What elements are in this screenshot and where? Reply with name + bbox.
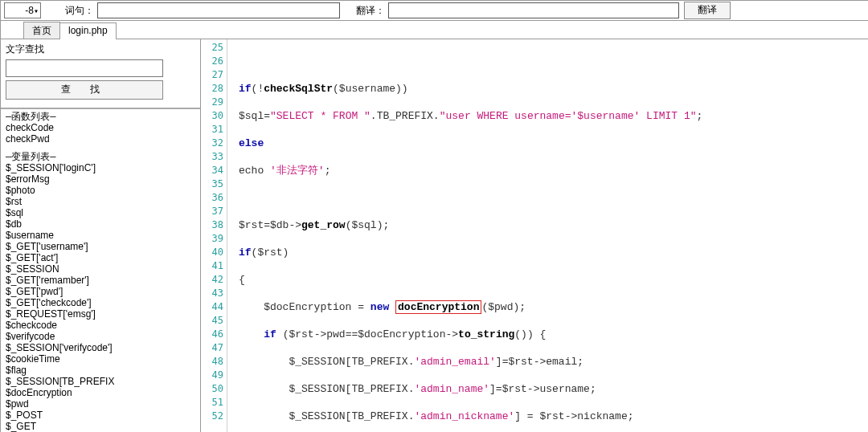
line-number: 50 (201, 382, 223, 396)
line-number: 32 (201, 137, 223, 150)
line-number: 36 (201, 191, 223, 205)
line-number: 25 (201, 41, 223, 55)
source-text[interactable]: if(!checkSqlStr($username)) $sql="SELECT… (227, 39, 868, 432)
code-line (239, 55, 868, 68)
code-line: $_SESSION[TB_PREFIX.'admin_email']=$rst-… (239, 355, 868, 369)
code-line: $_SESSION[TB_PREFIX.'admin_nickname'] = … (239, 410, 868, 423)
code-line: $rst=$db->get_row($sql); (239, 218, 868, 232)
list-item[interactable]: $rst (6, 196, 195, 207)
main-body: 文字查找 查 找 —函数列表— checkCode checkPwd —变量列表… (1, 39, 868, 432)
app-root: -8 ▾ 词句： 翻译： 翻译 首页 login.php 文字查找 查 找 —函… (0, 0, 868, 432)
code-line: if ($rst->pwd==$docEncryption->to_string… (239, 328, 868, 341)
list-item[interactable]: $db (6, 218, 195, 230)
list-item[interactable]: $_GET['remamber'] (6, 275, 195, 286)
list-item[interactable]: $cookieTime (6, 353, 195, 365)
tab-bar: 首页 login.php (1, 21, 868, 39)
line-number: 31 (201, 123, 223, 137)
code-line: { (239, 273, 868, 287)
translate-button[interactable]: 翻译 (684, 2, 731, 19)
list-item[interactable]: $_SESSION['loginC'] (6, 162, 195, 173)
line-number: 45 (201, 314, 223, 328)
line-number: 41 (201, 259, 223, 273)
code-line: if(!checkSqlStr($username)) (239, 82, 868, 96)
list-item[interactable]: $_SESSION['verifycode'] (6, 342, 195, 353)
list-item[interactable]: $sql (6, 207, 195, 218)
sidebar: 文字查找 查 找 —函数列表— checkCode checkPwd —变量列表… (1, 39, 201, 432)
list-item[interactable]: $photo (6, 185, 195, 196)
list-item[interactable]: $checkcode (6, 320, 195, 331)
list-item[interactable]: $_GET['act'] (6, 252, 195, 263)
code-line: $sql="SELECT * FROM ".TB_PREFIX."user WH… (239, 109, 868, 123)
code-line: else (239, 137, 868, 150)
list-item[interactable]: $flag (6, 365, 195, 376)
list-item[interactable]: $_POST (6, 410, 195, 421)
line-number: 26 (201, 55, 223, 68)
code-line (239, 191, 868, 205)
fn-list-header: —函数列表— (6, 111, 195, 122)
var-list-header: —变量列表— (6, 151, 195, 162)
list-item[interactable]: $_SESSION (6, 263, 195, 275)
list-item[interactable]: $_GET['pwd'] (6, 286, 195, 297)
line-number: 27 (201, 68, 223, 82)
line-number: 35 (201, 177, 223, 191)
encoding-value: -8 (25, 5, 34, 16)
code-line: $docEncryption = new docEncryption($pwd)… (239, 300, 868, 314)
code-line: if($rst) (239, 246, 868, 259)
list-item[interactable]: $errorMsg (6, 173, 195, 185)
text-search-input[interactable] (6, 59, 163, 77)
list-item[interactable]: $verifycode (6, 331, 195, 342)
line-number: 39 (201, 232, 223, 246)
line-gutter: 25 26 27 28 29 30 31 32 33 34 35 36 37 3… (201, 39, 227, 432)
symbol-list: —函数列表— checkCode checkPwd —变量列表— $_SESSI… (1, 108, 200, 432)
list-item[interactable]: $pwd (6, 398, 195, 410)
text-search-button[interactable]: 查 找 (6, 80, 163, 100)
line-number: 38 (201, 218, 223, 232)
line-number: 49 (201, 369, 223, 382)
code-line: echo '非法字符'; (239, 164, 868, 177)
list-item[interactable]: $_REQUEST['emsg'] (6, 308, 195, 320)
line-number: 29 (201, 96, 223, 109)
translate-input[interactable] (388, 2, 679, 18)
line-number: 37 (201, 205, 223, 218)
spacer (6, 145, 195, 151)
list-item[interactable]: checkPwd (6, 133, 195, 145)
code-line: $_SESSION[TB_PREFIX.'admin_name']=$rst->… (239, 382, 868, 396)
list-item[interactable]: $_SESSION[TB_PREFIX (6, 376, 195, 387)
query-label: 词句： (65, 4, 94, 18)
list-item[interactable]: $docEncryption (6, 387, 195, 398)
line-number: 28 (201, 82, 223, 96)
list-item[interactable]: $_GET (6, 421, 195, 432)
list-item[interactable]: $_GET['username'] (6, 241, 195, 252)
line-number: 48 (201, 355, 223, 369)
line-number: 40 (201, 246, 223, 259)
top-toolbar: -8 ▾ 词句： 翻译： 翻译 (1, 1, 868, 21)
code-editor[interactable]: 25 26 27 28 29 30 31 32 33 34 35 36 37 3… (201, 39, 868, 432)
line-number: 43 (201, 287, 223, 300)
text-search-panel: 文字查找 查 找 (1, 39, 200, 103)
line-number: 33 (201, 150, 223, 164)
list-item[interactable]: checkCode (6, 122, 195, 133)
chevron-down-icon: ▾ (34, 6, 39, 15)
line-number: 44 (201, 300, 223, 314)
line-number: 34 (201, 164, 223, 177)
translate-label: 翻译： (356, 4, 385, 18)
query-input[interactable] (97, 2, 340, 18)
line-number: 51 (201, 396, 223, 410)
line-number: 30 (201, 109, 223, 123)
line-number: 46 (201, 328, 223, 341)
highlighted-function: docEncryption (395, 300, 481, 314)
encoding-select[interactable]: -8 ▾ (4, 2, 41, 18)
line-number: 52 (201, 410, 223, 423)
list-item[interactable]: $username (6, 230, 195, 241)
tab-login-php[interactable]: login.php (59, 22, 117, 39)
line-number: 42 (201, 273, 223, 287)
text-search-title: 文字查找 (6, 43, 195, 56)
list-item[interactable]: $_GET['checkcode'] (6, 297, 195, 308)
line-number: 47 (201, 341, 223, 355)
tab-home[interactable]: 首页 (23, 22, 60, 39)
